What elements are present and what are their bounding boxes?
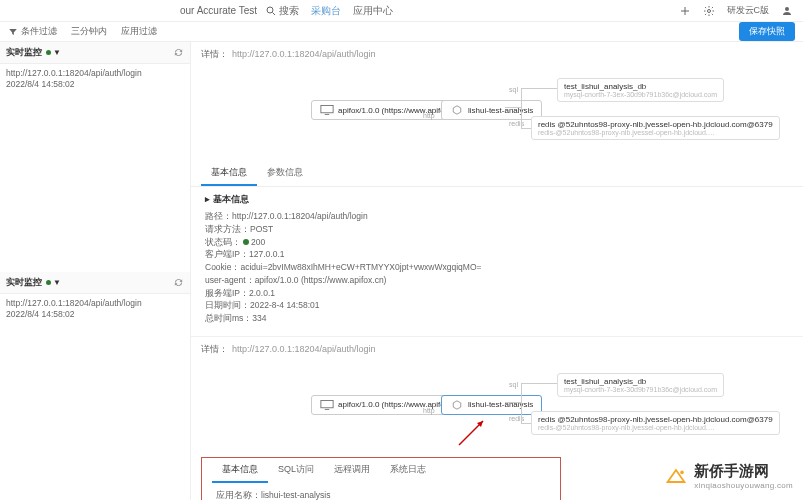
svg-point-4 [707, 9, 710, 12]
svg-line-1 [273, 12, 276, 15]
detail-url: http://127.0.0.1:18204/api/auth/login [232, 49, 376, 59]
entry-url: http://127.0.0.1:18204/api/auth/login [6, 298, 184, 309]
refresh-icon[interactable] [173, 47, 184, 58]
connector [505, 402, 521, 403]
filter-time[interactable]: 三分钟内 [71, 25, 107, 38]
node-label: test_lishui_analysis_db [564, 82, 646, 91]
main: 实时监控 ▼ http://127.0.0.1:18204/api/auth/l… [0, 42, 803, 500]
search-label: 搜索 [279, 4, 299, 18]
connector [521, 383, 557, 384]
connector [521, 423, 531, 424]
dropdown-arrow-icon: ▼ [53, 48, 61, 57]
info-path: 路径：http://127.0.0.1:18204/api/auth/login [205, 210, 789, 223]
node-sublabel: mysql-cnorth-7-3ex-30d9b791b36c@jdcloud.… [564, 91, 717, 98]
nav-collection[interactable]: 采购台 [311, 4, 341, 18]
node-label: lishui-test-analysis [468, 400, 533, 409]
gear-icon[interactable] [703, 5, 715, 17]
node-sublabel: redis-@52uhntos98-proxy-nlb.jvessel-open… [538, 129, 715, 136]
watermark-sub: xinqiaoshouyouwang.com [694, 481, 793, 490]
user-icon[interactable] [781, 5, 793, 17]
info-time: 总时间ms：334 [205, 312, 789, 325]
monitor-title: 实时监控 [6, 276, 42, 289]
status-dot-icon [46, 280, 51, 285]
detail-label: 详情： [201, 49, 228, 59]
node-app-selected[interactable]: lishui-test-analysis [441, 395, 542, 415]
tab-basic-info[interactable]: 基本信息 [212, 458, 268, 483]
search-icon [265, 5, 277, 17]
monitor-entry-1[interactable]: http://127.0.0.1:18204/api/auth/login 20… [0, 64, 190, 94]
detail-url: http://127.0.0.1:18204/api/auth/login [232, 344, 376, 354]
link-http: http [423, 112, 435, 119]
node-sublabel: mysql-cnorth-7-3ex-30d9b791b36c@jdcloud.… [564, 386, 717, 393]
info-method: 请求方法：POST [205, 223, 789, 236]
info-client-ip: 客户端IP：127.0.0.1 [205, 248, 789, 261]
info-server-ip: 服务端IP：2.0.0.1 [205, 287, 789, 300]
right-panel: 详情：http://127.0.0.1:18204/api/auth/login… [191, 42, 803, 500]
top-right: 研发云C版 [679, 4, 794, 17]
refresh-icon[interactable] [173, 277, 184, 288]
node-sublabel: redis-@52uhntos98-proxy-nlb.jvessel-open… [538, 424, 715, 431]
monitor-header-1[interactable]: 实时监控 ▼ [0, 42, 190, 64]
info-tabs-2: 基本信息 SQL访问 远程调用 系统日志 [202, 458, 560, 483]
link-http: http [423, 407, 435, 414]
connector [521, 88, 557, 89]
watermark-logo-icon [664, 464, 688, 488]
info-cookie: Cookie：acidui=2bvIMw88xIhMH+eCW+RTMYYX0j… [205, 261, 789, 274]
left-panel: 实时监控 ▼ http://127.0.0.1:18204/api/auth/l… [0, 42, 191, 500]
tab-sql[interactable]: SQL访问 [268, 458, 324, 483]
connector [521, 88, 522, 128]
tab-param-info[interactable]: 参数信息 [257, 161, 313, 186]
filter-app[interactable]: 应用过滤 [121, 25, 157, 38]
tab-basic-info[interactable]: 基本信息 [201, 161, 257, 186]
user-label[interactable]: 研发云C版 [727, 4, 770, 17]
filter-icon [8, 27, 18, 37]
nav-app-center[interactable]: 应用中心 [353, 4, 393, 18]
entry-time: 2022/8/4 14:58:02 [6, 309, 184, 320]
save-snapshot-button[interactable]: 保存快照 [739, 22, 795, 41]
entry-url: http://127.0.0.1:18204/api/auth/login [6, 68, 184, 79]
info-status: 状态码：200 [205, 236, 789, 249]
tab-remote-call[interactable]: 远程调用 [324, 458, 380, 483]
svg-point-12 [681, 471, 685, 475]
entry-time: 2022/8/4 14:58:02 [6, 79, 184, 90]
info-app-name: 应用名称：lishui-test-analysis [216, 489, 546, 500]
monitor-header-2[interactable]: 实时监控 ▼ [0, 272, 190, 294]
link-sql: sql [509, 381, 518, 388]
connector [505, 107, 521, 108]
node-label: redis @52uhntos98-proxy-nlb.jvessel-open… [538, 120, 773, 129]
filter-bar: 条件过滤 三分钟内 应用过滤 保存快照 [0, 22, 803, 42]
node-db[interactable]: test_lishui_analysis_db mysql-cnorth-7-3… [557, 373, 724, 397]
node-db[interactable]: test_lishui_analysis_db mysql-cnorth-7-3… [557, 78, 724, 102]
detail-header-1: 详情：http://127.0.0.1:18204/api/auth/login [191, 42, 803, 67]
node-redis[interactable]: redis @52uhntos98-proxy-nlb.jvessel-open… [531, 116, 780, 140]
search-group[interactable]: 搜索 [265, 4, 299, 18]
monitor-title: 实时监控 [6, 46, 42, 59]
dropdown-arrow-icon: ▼ [53, 278, 61, 287]
node-app[interactable]: lishui-test-analysis [441, 100, 542, 120]
monitor-entry-2[interactable]: http://127.0.0.1:18204/api/auth/login 20… [0, 294, 190, 324]
tab-syslog[interactable]: 系统日志 [380, 458, 436, 483]
top-bar: our Accurate Test 搜索 采购台 应用中心 研发云C版 [0, 0, 803, 22]
node-label: test_lishui_analysis_db [564, 377, 646, 386]
svg-point-0 [267, 7, 273, 13]
basic-info-section: ▸ 基本信息 路径：http://127.0.0.1:18204/api/aut… [191, 187, 803, 331]
monitor-icon [320, 105, 334, 115]
status-dot-icon [243, 239, 249, 245]
info-date: 日期时间：2022-8-4 14:58:01 [205, 299, 789, 312]
node-redis[interactable]: redis @52uhntos98-proxy-nlb.jvessel-open… [531, 411, 780, 435]
info-tabs-1: 基本信息 参数信息 [191, 161, 803, 187]
annotation-arrow-icon [455, 419, 485, 449]
page-title: our Accurate Test [180, 5, 257, 16]
topology-diagram-1: apifox/1.0.0 (https://www.apifox.cn) htt… [201, 72, 793, 156]
connector [521, 383, 522, 423]
cube-icon [450, 105, 464, 115]
watermark: 新侨手游网 xinqiaoshouyouwang.com [664, 462, 793, 490]
link-sql: sql [509, 86, 518, 93]
status-dot-icon [46, 50, 51, 55]
svg-rect-8 [321, 400, 333, 407]
detail-label: 详情： [201, 344, 228, 354]
svg-point-5 [785, 7, 789, 11]
filter-condition[interactable]: 条件过滤 [8, 25, 57, 38]
connector [521, 128, 531, 129]
plus-icon[interactable] [679, 5, 691, 17]
